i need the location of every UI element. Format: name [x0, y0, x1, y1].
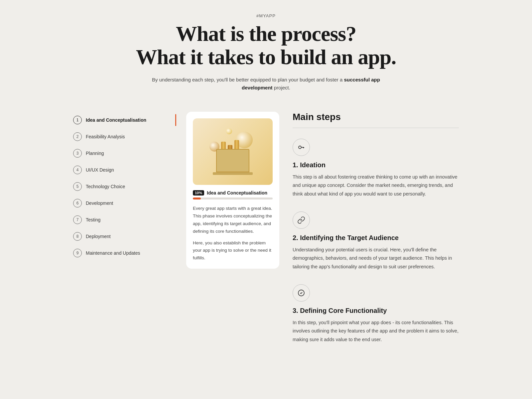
sidebar-item-7[interactable]: 8 Deployment	[73, 228, 173, 245]
sidebar-num-0: 1	[73, 116, 82, 124]
app-tag: #MYAPP	[73, 13, 459, 18]
sidebar-label-3: UI/UX Design	[86, 167, 114, 173]
step-title-0: 1. Ideation	[293, 161, 459, 169]
svg-point-0	[299, 146, 301, 149]
sidebar-label-2: Planning	[86, 151, 104, 156]
main-heading: What is the process? What it takes to bu…	[73, 22, 459, 69]
sidebar-item-4[interactable]: 5 Technology Choice	[73, 178, 173, 195]
step-icon-1	[293, 211, 310, 229]
right-panel: Main steps 1. Ideation This step is all …	[293, 112, 459, 357]
step-description-2: In this step, you'll pinpoint what your …	[293, 319, 459, 344]
sidebar-label-5: Development	[86, 200, 113, 206]
subtext-start: By understanding each step, you'll be be…	[152, 77, 344, 82]
center-panel: 10% Idea and Conceptualisation Every gre…	[186, 112, 279, 274]
sidebar-num-6: 7	[73, 215, 82, 224]
sidebar-item-8[interactable]: 9 Maintenance and Updates	[73, 245, 173, 261]
content-layout: 1 Idea and Conceptualisation 2 Feasibili…	[73, 112, 459, 357]
concept-card: 10% Idea and Conceptualisation Every gre…	[186, 112, 279, 269]
step-description-1: Understanding your potential users is cr…	[293, 246, 459, 271]
progress-section: 10% Idea and Conceptualisation	[193, 190, 273, 200]
sidebar-num-3: 4	[73, 166, 82, 174]
step-icon-2	[293, 284, 310, 302]
sub-text: By understanding each step, you'll be be…	[150, 76, 382, 92]
sidebar-label-0: Idea and Conceptualisation	[86, 117, 146, 123]
sidebar-num-4: 5	[73, 182, 82, 191]
sidebar-label-1: Feasibility Analysis	[86, 134, 125, 139]
sidebar-num-7: 8	[73, 232, 82, 241]
progress-bar-fill	[193, 198, 201, 200]
progress-bar-bg	[193, 198, 273, 200]
heading-line2: What it takes to build an app.	[136, 45, 396, 69]
sidebar-item-1[interactable]: 2 Feasibility Analysis	[73, 128, 173, 145]
sidebar-label-8: Maintenance and Updates	[86, 250, 140, 256]
concept-image	[193, 118, 273, 185]
heading-line1: What is the process?	[176, 22, 356, 46]
step-item-0: 1. Ideation This step is all about foste…	[293, 139, 459, 198]
header-section: #MYAPP What is the process? What it take…	[73, 13, 459, 92]
sidebar-num-1: 2	[73, 132, 82, 141]
sidebar-item-2[interactable]: 3 Planning	[73, 145, 173, 162]
sidebar-item-6[interactable]: 7 Testing	[73, 211, 173, 228]
step-item-1: 2. Identifying the Target Audience Under…	[293, 211, 459, 271]
main-steps-title: Main steps	[293, 112, 459, 122]
description-p1: Every great app starts with a great idea…	[193, 205, 273, 235]
concept-description: Every great app starts with a great idea…	[193, 205, 273, 262]
step-title-2: 3. Defining Core Functionality	[293, 307, 459, 315]
sidebar-label-6: Testing	[86, 217, 100, 222]
sidebar-item-5[interactable]: 6 Development	[73, 195, 173, 211]
progress-badge: 10%	[193, 190, 204, 196]
sidebar-num-5: 6	[73, 199, 82, 207]
progress-title: Idea and Conceptualisation	[207, 190, 267, 196]
step-description-0: This step is all about fostering creativ…	[293, 173, 459, 198]
divider	[293, 128, 459, 128]
sidebar-item-0[interactable]: 1 Idea and Conceptualisation	[73, 112, 173, 128]
steps-list: 1. Ideation This step is all about foste…	[293, 139, 459, 344]
step-item-2: 3. Defining Core Functionality In this s…	[293, 284, 459, 344]
sidebar-item-3[interactable]: 4 UI/UX Design	[73, 162, 173, 178]
sidebar-num-2: 3	[73, 149, 82, 158]
description-p2: Here, you also establish the problem you…	[193, 239, 273, 262]
step-icon-0	[293, 139, 310, 156]
sidebar: 1 Idea and Conceptualisation 2 Feasibili…	[73, 112, 173, 261]
step-title-1: 2. Identifying the Target Audience	[293, 234, 459, 242]
sidebar-label-4: Technology Choice	[86, 184, 125, 189]
subtext-end: project.	[273, 85, 290, 90]
sidebar-num-8: 9	[73, 249, 82, 257]
sidebar-label-7: Deployment	[86, 234, 111, 239]
